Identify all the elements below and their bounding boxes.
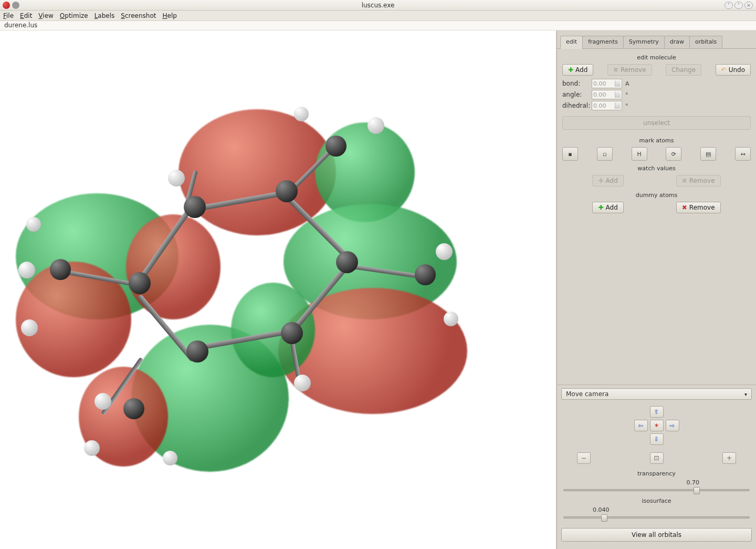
chevron-down-icon: ▾	[744, 391, 747, 397]
orbital-lobe	[178, 109, 336, 235]
atom-hydrogen	[294, 107, 309, 121]
window-title: luscus.exe	[362, 2, 395, 9]
atom-hydrogen	[436, 243, 453, 260]
atom-carbon	[123, 398, 144, 419]
camera-center-button[interactable]: ✶	[650, 420, 664, 431]
filename-label: durene.lus	[4, 22, 37, 29]
atom-hydrogen	[18, 262, 35, 278]
isosurface-label: isosurface	[561, 498, 752, 504]
plus-icon: ✚	[598, 177, 603, 184]
watch-remove-button[interactable]: ✖Remove	[676, 175, 721, 187]
mark-btn-h[interactable]: H	[632, 147, 647, 161]
camera-nav: ⇧ ⇦ ✶ ⇨ ⇩	[561, 406, 752, 445]
open-file-bar: durene.lus	[0, 21, 756, 30]
atom-hydrogen	[84, 440, 100, 456]
bond-unit: A	[625, 80, 629, 87]
unselect-button[interactable]: unselect	[562, 116, 751, 130]
side-panel: edit fragments Symmetry draw orbitals ed…	[556, 30, 756, 549]
camera-up-button[interactable]: ⇧	[650, 406, 664, 418]
atom-hydrogen	[21, 319, 38, 336]
x-icon: ✖	[682, 204, 687, 211]
atom-hydrogen	[444, 312, 458, 326]
camera-left-button[interactable]: ⇦	[634, 420, 648, 431]
molecule-viewport[interactable]	[0, 30, 556, 549]
maximize-button[interactable]: ˄	[734, 2, 743, 9]
camera-panel: Move camera ▾ ⇧ ⇦ ✶ ⇨ ⇩ − ⊡ + transparen…	[557, 385, 756, 549]
app-icon	[3, 2, 10, 9]
zoom-out-button[interactable]: −	[577, 452, 591, 464]
slider-thumb[interactable]	[601, 514, 607, 522]
x-icon: ✖	[682, 177, 687, 184]
menubar: File Edit View Optimize Labels Screensho…	[0, 11, 756, 21]
dummy-remove-button[interactable]: ✖Remove	[676, 202, 721, 213]
atom-carbon	[129, 272, 151, 294]
atom-hydrogen	[294, 375, 311, 391]
system-icon	[12, 2, 19, 9]
atom-carbon	[186, 340, 208, 362]
view-all-orbitals-button[interactable]: View all orbitals	[561, 528, 752, 542]
menu-edit[interactable]: Edit	[20, 12, 32, 19]
menu-labels[interactable]: Labels	[94, 12, 115, 19]
atom-carbon	[184, 196, 206, 218]
plus-icon: ✚	[598, 204, 603, 211]
atom-carbon	[415, 264, 436, 285]
tab-edit[interactable]: edit	[560, 36, 583, 49]
dummy-atoms-title: dummy atoms	[562, 192, 751, 199]
atom-carbon	[326, 136, 346, 157]
slider-thumb[interactable]	[694, 487, 700, 494]
angle-input[interactable]: 0.00	[592, 90, 622, 99]
dihedral-input[interactable]: 0.00	[592, 101, 622, 110]
change-button[interactable]: Change	[666, 64, 701, 76]
close-button[interactable]: ×	[744, 2, 753, 9]
plus-icon: ✚	[568, 66, 573, 74]
mark-btn-symmetry[interactable]: ⟳	[666, 147, 681, 161]
mark-btn-2[interactable]: ▫	[597, 147, 613, 161]
angle-label: angle:	[562, 91, 590, 98]
camera-right-button[interactable]: ⇨	[666, 420, 679, 431]
minimize-button[interactable]: ˅	[724, 2, 733, 9]
menu-screenshot[interactable]: Screenshot	[121, 12, 156, 19]
remove-button[interactable]: ✖Remove	[607, 64, 652, 76]
zoom-in-button[interactable]: +	[722, 452, 736, 464]
menu-file[interactable]: File	[3, 12, 14, 19]
mark-btn-5[interactable]: ▤	[700, 147, 716, 161]
tab-orbitals[interactable]: orbitals	[689, 36, 722, 48]
mark-atoms-title: mark atoms	[562, 137, 751, 144]
window-controls: ˅ ˄ ×	[724, 2, 753, 9]
tab-draw[interactable]: draw	[664, 36, 690, 48]
atom-carbon	[336, 251, 358, 273]
mark-btn-6[interactable]: ↔	[735, 147, 751, 161]
bond-input[interactable]: 0.00	[592, 79, 622, 88]
isosurface-slider[interactable]	[563, 516, 750, 519]
zoom-fit-button[interactable]: ⊡	[650, 452, 664, 464]
transparency-label: transparency	[561, 470, 752, 477]
edit-tab-content: edit molecule ✚Add ✖Remove Change ↶Undo …	[557, 48, 756, 385]
transparency-slider[interactable]	[563, 489, 750, 491]
menu-optimize[interactable]: Optimize	[60, 12, 88, 19]
dihedral-label: dihedral:	[562, 102, 590, 109]
camera-down-button[interactable]: ⇩	[650, 433, 664, 445]
dihedral-unit: °	[625, 102, 628, 109]
dummy-add-button[interactable]: ✚Add	[592, 202, 623, 213]
window-titlebar: luscus.exe ˅ ˄ ×	[0, 0, 756, 11]
mark-btn-1[interactable]: ▪	[562, 147, 578, 161]
add-button[interactable]: ✚Add	[562, 64, 593, 76]
tab-strip: edit fragments Symmetry draw orbitals	[557, 30, 756, 48]
camera-mode-combo[interactable]: Move camera ▾	[561, 388, 752, 400]
tab-fragments[interactable]: fragments	[582, 36, 624, 48]
atom-carbon	[276, 180, 298, 202]
atom-hydrogen	[368, 117, 384, 134]
watch-values-title: watch values	[562, 165, 751, 172]
atom-hydrogen	[94, 393, 111, 410]
menu-help[interactable]: Help	[162, 12, 176, 19]
tab-symmetry[interactable]: Symmetry	[623, 36, 665, 48]
watch-add-button[interactable]: ✚Add	[592, 175, 623, 187]
menu-view[interactable]: View	[38, 12, 53, 19]
transparency-value: 0.70	[561, 479, 752, 486]
isosurface-value: 0.040	[561, 506, 752, 513]
undo-button[interactable]: ↶Undo	[716, 64, 751, 76]
atom-carbon	[50, 259, 71, 280]
atom-hydrogen	[26, 217, 41, 232]
atom-carbon	[281, 322, 303, 344]
bond-label: bond:	[562, 80, 590, 87]
